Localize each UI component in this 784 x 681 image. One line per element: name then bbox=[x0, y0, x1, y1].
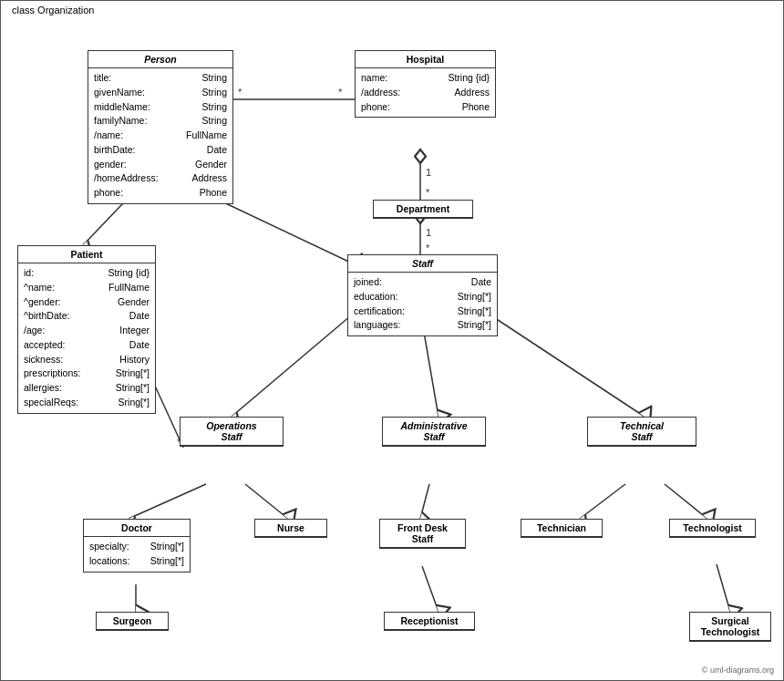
nurse-title: Nurse bbox=[255, 520, 326, 537]
technician-title: Technician bbox=[521, 520, 602, 537]
patient-title: Patient bbox=[18, 246, 155, 263]
svg-text:*: * bbox=[338, 87, 343, 98]
svg-line-21 bbox=[422, 566, 438, 612]
hospital-title: Hospital bbox=[356, 51, 495, 68]
hospital-attrs: name:String {id} /address:Address phone:… bbox=[356, 68, 495, 117]
svg-text:*: * bbox=[238, 87, 242, 98]
patient-class: Patient id:String {id} ^name:FullName ^g… bbox=[17, 245, 156, 414]
operations-staff-class: OperationsStaff bbox=[180, 417, 284, 447]
svg-text:1: 1 bbox=[426, 227, 431, 238]
doctor-attrs: specialty:String[*] locations:String[*] bbox=[84, 537, 190, 572]
diagram-title: class Organization bbox=[8, 5, 98, 15]
nurse-class: Nurse bbox=[254, 519, 327, 538]
technologist-class: Technologist bbox=[669, 519, 756, 538]
receptionist-title: Receptionist bbox=[385, 613, 474, 630]
svg-line-17 bbox=[129, 484, 206, 519]
front-desk-staff-title: Front DeskStaff bbox=[380, 520, 465, 548]
surgeon-title: Surgeon bbox=[97, 613, 168, 630]
receptionist-class: Receptionist bbox=[384, 612, 475, 631]
administrative-staff-title: AdministrativeStaff bbox=[383, 418, 485, 446]
person-title: Person bbox=[88, 51, 232, 68]
doctor-title: Doctor bbox=[84, 520, 190, 537]
svg-line-23 bbox=[665, 484, 707, 519]
technical-staff-title: TechnicalStaff bbox=[588, 418, 696, 446]
svg-line-24 bbox=[717, 564, 730, 612]
staff-attrs: joined:Date education:String[*] certific… bbox=[348, 273, 497, 335]
svg-text:*: * bbox=[426, 242, 430, 253]
svg-line-13 bbox=[484, 311, 645, 417]
technologist-title: Technologist bbox=[670, 520, 755, 537]
technician-class: Technician bbox=[521, 519, 603, 538]
department-class: Department bbox=[373, 200, 473, 219]
person-class: Person title:String givenName:String mid… bbox=[88, 50, 233, 204]
svg-text:1: 1 bbox=[426, 167, 431, 178]
department-title: Department bbox=[374, 201, 472, 218]
diagram-container: class Organization bbox=[0, 0, 784, 681]
operations-staff-title: OperationsStaff bbox=[181, 418, 283, 446]
svg-line-18 bbox=[245, 484, 288, 519]
surgeon-class: Surgeon bbox=[96, 612, 169, 631]
surgical-technologist-title: SurgicalTechnologist bbox=[690, 613, 770, 641]
patient-attrs: id:String {id} ^name:FullName ^gender:Ge… bbox=[18, 263, 155, 413]
front-desk-staff-class: Front DeskStaff bbox=[379, 519, 466, 549]
svg-line-20 bbox=[420, 484, 429, 519]
svg-line-22 bbox=[580, 484, 625, 519]
technical-staff-class: TechnicalStaff bbox=[587, 417, 696, 447]
svg-text:*: * bbox=[426, 187, 430, 198]
surgical-technologist-class: SurgicalTechnologist bbox=[689, 612, 771, 642]
copyright: © uml-diagrams.org bbox=[702, 666, 774, 675]
doctor-class: Doctor specialty:String[*] locations:Str… bbox=[83, 519, 191, 573]
administrative-staff-class: AdministrativeStaff bbox=[382, 417, 486, 447]
staff-class: Staff joined:Date education:String[*] ce… bbox=[347, 254, 498, 336]
person-attrs: title:String givenName:String middleName… bbox=[88, 68, 232, 203]
hospital-class: Hospital name:String {id} /address:Addre… bbox=[355, 50, 496, 118]
svg-line-11 bbox=[232, 311, 356, 417]
staff-title: Staff bbox=[348, 255, 497, 273]
